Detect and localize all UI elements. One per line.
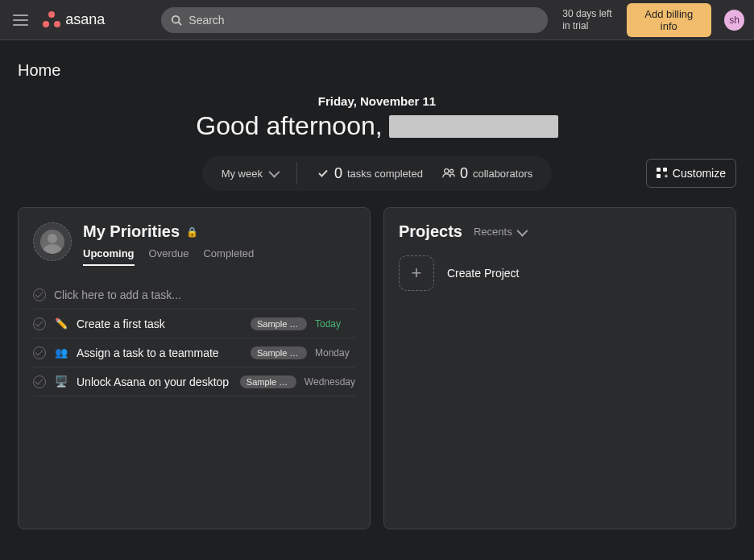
add-billing-button[interactable]: Add billing info	[627, 3, 711, 37]
my-priorities-title: My Priorities	[83, 222, 180, 241]
tab-overdue[interactable]: Overdue	[149, 247, 189, 266]
check-icon	[317, 167, 329, 180]
task-row[interactable]: 🖥️ Unlock Asana on your desktop Sample P…	[33, 367, 355, 396]
search-field[interactable]	[161, 7, 548, 33]
lock-icon: 🔒	[186, 226, 198, 238]
project-chip[interactable]: Sample P...	[251, 317, 307, 330]
page-body: Home Friday, November 11 Good afternoon,…	[0, 40, 754, 544]
add-task-row[interactable]: Click here to add a task...	[33, 280, 355, 309]
task-name: Create a first task	[77, 317, 242, 330]
task-name: Assign a task to a teammate	[77, 346, 242, 359]
svg-point-0	[172, 15, 180, 23]
task-row[interactable]: 👥 Assign a task to a teammate Sample P..…	[33, 338, 355, 367]
search-icon	[171, 15, 182, 26]
hero-greeting-prefix: Good afternoon,	[196, 111, 382, 141]
hero-stats-row: My week 0 tasks completed	[18, 156, 736, 191]
create-project-label: Create Project	[447, 267, 519, 280]
svg-point-2	[445, 169, 449, 173]
tasks-completed-stat: 0 tasks completed	[317, 165, 423, 182]
chevron-down-icon	[268, 167, 280, 178]
task-row[interactable]: ✏️ Create a first task Sample P... Today	[33, 309, 355, 338]
myweek-label: My week	[222, 168, 263, 180]
panels-row: My Priorities 🔒 Upcoming Overdue Complet…	[18, 207, 736, 529]
svg-rect-6	[657, 174, 661, 178]
projects-filter-label: Recents	[474, 226, 512, 238]
asana-logo[interactable]: asana	[43, 11, 105, 29]
task-check-icon	[33, 288, 46, 301]
menu-toggle-button[interactable]	[10, 9, 31, 31]
hero-greeting: Good afternoon,	[196, 111, 557, 141]
my-priorities-header: My Priorities 🔒 Upcoming Overdue Complet…	[33, 222, 355, 266]
tasks-completed-count: 0	[334, 165, 342, 182]
topbar: asana 30 days left in trial Add billing …	[0, 0, 754, 40]
customize-button[interactable]: Customize	[646, 159, 736, 188]
tab-completed[interactable]: Completed	[203, 247, 254, 266]
customize-label: Customize	[673, 167, 726, 180]
project-chip[interactable]: Sample P...	[251, 346, 307, 359]
svg-point-3	[450, 169, 453, 172]
tab-upcoming[interactable]: Upcoming	[83, 247, 135, 266]
task-check-button[interactable]	[33, 375, 46, 388]
hero: Friday, November 11 Good afternoon, My w…	[18, 94, 736, 191]
svg-line-1	[179, 22, 182, 25]
search-input[interactable]	[188, 14, 538, 27]
task-emoji-icon: 🖥️	[54, 375, 68, 388]
projects-panel: Projects Recents + Create Project	[383, 207, 736, 529]
projects-filter-dropdown[interactable]: Recents	[474, 226, 525, 238]
project-chip[interactable]: Sample P...	[240, 375, 296, 388]
customize-icon	[657, 168, 668, 179]
plus-icon: +	[399, 255, 434, 291]
task-date: Wednesday	[304, 376, 355, 388]
task-emoji-icon: ✏️	[54, 317, 68, 330]
divider	[296, 162, 297, 185]
hero-stats-pill: My week 0 tasks completed	[202, 156, 553, 191]
create-project-button[interactable]: + Create Project	[399, 255, 721, 291]
svg-rect-4	[657, 168, 661, 172]
projects-title: Projects	[399, 222, 462, 241]
task-list: Click here to add a task... ✏️ Create a …	[33, 280, 355, 396]
myweek-dropdown[interactable]: My week	[222, 168, 277, 180]
task-emoji-icon: 👥	[54, 346, 68, 359]
task-check-button[interactable]	[33, 317, 46, 330]
task-date: Today	[315, 318, 355, 330]
task-name: Unlock Asana on your desktop	[77, 375, 232, 388]
profile-avatar-placeholder[interactable]	[33, 222, 72, 261]
hero-greeting-name-redacted	[389, 115, 558, 138]
add-task-placeholder: Click here to add a task...	[54, 288, 181, 301]
svg-rect-8	[665, 175, 666, 178]
hero-date: Friday, November 11	[18, 94, 736, 108]
collaborators-label: collaborators	[473, 168, 532, 180]
page-title: Home	[18, 61, 736, 80]
asana-logo-icon	[43, 11, 60, 29]
trial-status: 30 days left in trial	[562, 8, 618, 31]
people-icon	[442, 168, 455, 179]
my-priorities-panel: My Priorities 🔒 Upcoming Overdue Complet…	[18, 207, 371, 529]
asana-logo-text: asana	[65, 11, 105, 28]
projects-header: Projects Recents	[399, 222, 721, 241]
trial-line1: 30 days left	[562, 8, 618, 19]
collaborators-count: 0	[460, 165, 468, 182]
collaborators-stat: 0 collaborators	[442, 165, 532, 182]
svg-rect-5	[663, 168, 667, 172]
trial-line2: in trial	[562, 20, 618, 31]
chevron-down-icon	[516, 225, 528, 236]
task-date: Monday	[315, 347, 355, 359]
my-priorities-tabs: Upcoming Overdue Completed	[83, 247, 254, 266]
tasks-completed-label: tasks completed	[347, 168, 423, 180]
task-check-button[interactable]	[33, 346, 46, 359]
user-avatar[interactable]: sh	[724, 10, 744, 31]
person-silhouette-icon	[40, 230, 64, 254]
